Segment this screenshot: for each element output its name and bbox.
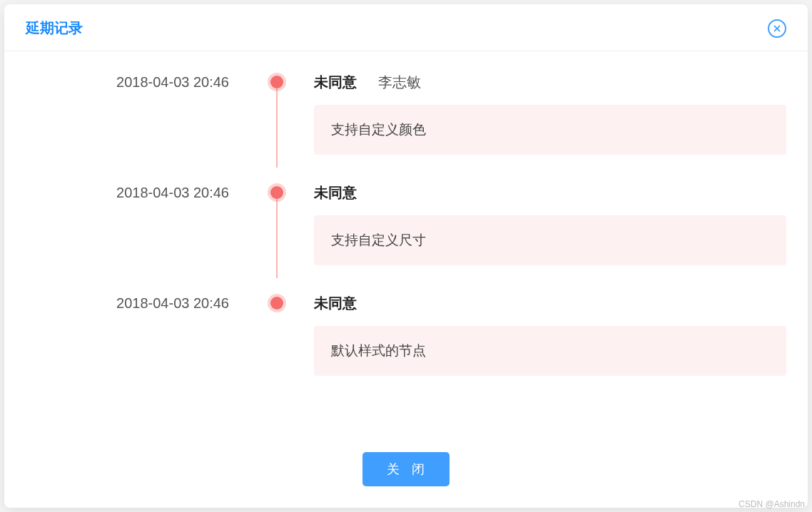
timeline-content: 未同意 李志敏 支持自定义颜色 bbox=[285, 73, 786, 155]
close-icon bbox=[772, 24, 782, 34]
timeline-node-icon bbox=[270, 297, 283, 309]
timeline-node-icon bbox=[270, 186, 283, 199]
watermark: CSDN @Ashindn bbox=[739, 499, 805, 509]
timeline-line bbox=[276, 196, 278, 278]
timeline-item-header: 未同意 bbox=[314, 183, 786, 203]
timeline-node-wrap bbox=[268, 183, 285, 265]
timeline-node-icon bbox=[270, 76, 283, 88]
timeline-status: 未同意 bbox=[314, 183, 357, 203]
modal-title: 延期记录 bbox=[26, 19, 83, 38]
timeline-node-wrap bbox=[268, 294, 285, 376]
timeline-scroll-area[interactable]: 2018-04-03 20:46 未同意 李志敏 支持自定义颜色 20 bbox=[4, 73, 808, 431]
timeline-item-header: 未同意 李志敏 bbox=[314, 73, 786, 92]
timeline: 2018-04-03 20:46 未同意 李志敏 支持自定义颜色 20 bbox=[26, 73, 786, 404]
timeline-item: 2018-04-03 20:46 未同意 李志敏 支持自定义颜色 bbox=[26, 73, 786, 183]
timeline-content: 未同意 支持自定义尺寸 bbox=[285, 183, 786, 265]
timeline-time: 2018-04-03 20:46 bbox=[26, 294, 268, 376]
modal-dialog: 延期记录 2018-04-03 20:46 未同意 bbox=[4, 4, 808, 508]
modal-footer: 关 闭 bbox=[4, 438, 808, 508]
modal-body: 2018-04-03 20:46 未同意 李志敏 支持自定义颜色 20 bbox=[4, 51, 808, 438]
close-icon-button[interactable] bbox=[768, 19, 786, 38]
timeline-description: 支持自定义尺寸 bbox=[314, 215, 786, 265]
timeline-item: 2018-04-03 20:46 未同意 支持自定义尺寸 bbox=[26, 183, 786, 294]
timeline-time: 2018-04-03 20:46 bbox=[26, 73, 268, 155]
timeline-item: 2018-04-03 20:46 未同意 默认样式的节点 bbox=[26, 294, 786, 404]
timeline-item-header: 未同意 bbox=[314, 294, 786, 313]
timeline-user: 李志敏 bbox=[378, 73, 421, 92]
modal-header: 延期记录 bbox=[4, 4, 808, 51]
timeline-description: 默认样式的节点 bbox=[314, 326, 786, 376]
timeline-node-wrap bbox=[268, 73, 285, 155]
timeline-line bbox=[276, 86, 278, 168]
timeline-status: 未同意 bbox=[314, 294, 357, 313]
timeline-time: 2018-04-03 20:46 bbox=[26, 183, 268, 265]
timeline-content: 未同意 默认样式的节点 bbox=[285, 294, 786, 376]
timeline-description: 支持自定义颜色 bbox=[314, 105, 786, 155]
close-button[interactable]: 关 闭 bbox=[362, 452, 449, 486]
timeline-status: 未同意 bbox=[314, 73, 357, 92]
